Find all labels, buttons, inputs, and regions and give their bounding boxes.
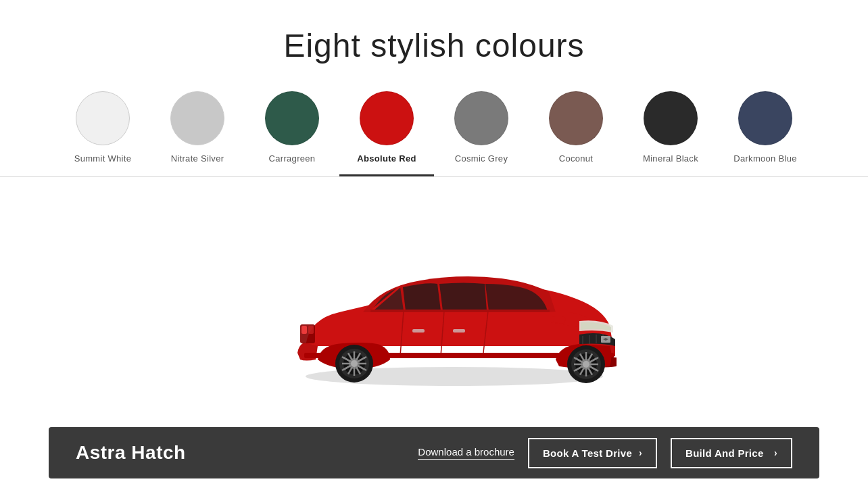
color-label-summit-white: Summit White (74, 153, 132, 164)
swatch-circle-nitrate-silver (170, 91, 224, 145)
swatch-circle-mineral-black (644, 91, 698, 145)
build-price-chevron-icon: › (774, 447, 777, 458)
brochure-link[interactable]: Download a brochure (418, 446, 514, 460)
swatch-circle-absolute-red (360, 91, 414, 145)
footer-actions: Download a brochure Book A Test Drive › … (418, 438, 792, 468)
car-section: ASTRA (0, 177, 868, 427)
color-swatch-nitrate-silver[interactable]: Nitrate Silver (150, 91, 245, 174)
title-section: Eight stylish colours (283, 0, 584, 84)
color-swatch-summit-white[interactable]: Summit White (55, 91, 150, 174)
page-title: Eight stylish colours (283, 27, 584, 64)
colors-row: Summit WhiteNitrate SilverCarragreenAbso… (0, 84, 868, 176)
colors-section: Summit WhiteNitrate SilverCarragreenAbso… (0, 84, 868, 177)
color-label-darkmoon-blue: Darkmoon Blue (733, 153, 797, 164)
color-label-coconut: Coconut (559, 153, 594, 164)
color-label-cosmic-grey: Cosmic Grey (455, 153, 508, 164)
build-price-button[interactable]: Build And Price › (671, 438, 792, 468)
color-label-carragreen: Carragreen (269, 153, 316, 164)
color-label-nitrate-silver: Nitrate Silver (171, 153, 224, 164)
swatch-circle-carragreen (265, 91, 319, 145)
color-label-mineral-black: Mineral Black (643, 153, 698, 164)
page-wrapper: Eight stylish colours Summit WhiteNitrat… (0, 0, 868, 492)
build-price-label: Build And Price (685, 447, 764, 459)
car-image: ASTRA (245, 214, 623, 390)
test-drive-chevron-icon: › (639, 447, 642, 458)
svg-rect-13 (302, 326, 307, 334)
svg-rect-6 (453, 329, 465, 333)
color-swatch-carragreen[interactable]: Carragreen (245, 91, 339, 174)
color-swatch-mineral-black[interactable]: Mineral Black (623, 91, 718, 174)
svg-rect-1 (370, 310, 550, 312)
svg-point-43 (351, 360, 358, 367)
swatch-circle-coconut (549, 91, 603, 145)
car-image-container: ASTRA (245, 214, 623, 390)
car-name-label: Astra Hatch (76, 442, 418, 464)
test-drive-label: Book A Test Drive (543, 447, 632, 459)
swatch-circle-cosmic-grey (454, 91, 508, 145)
color-swatch-cosmic-grey[interactable]: Cosmic Grey (434, 91, 529, 174)
color-swatch-absolute-red[interactable]: Absolute Red (339, 91, 434, 176)
swatch-circle-summit-white (76, 91, 130, 145)
color-swatch-darkmoon-blue[interactable]: Darkmoon Blue (718, 91, 813, 174)
color-label-absolute-red: Absolute Red (357, 153, 416, 164)
test-drive-button[interactable]: Book A Test Drive › (528, 438, 657, 468)
svg-rect-14 (308, 326, 314, 334)
svg-rect-5 (412, 329, 425, 333)
footer-bar: Astra Hatch Download a brochure Book A T… (49, 427, 819, 478)
svg-point-30 (583, 361, 589, 368)
color-swatch-coconut[interactable]: Coconut (529, 91, 623, 174)
swatch-circle-darkmoon-blue (738, 91, 792, 145)
